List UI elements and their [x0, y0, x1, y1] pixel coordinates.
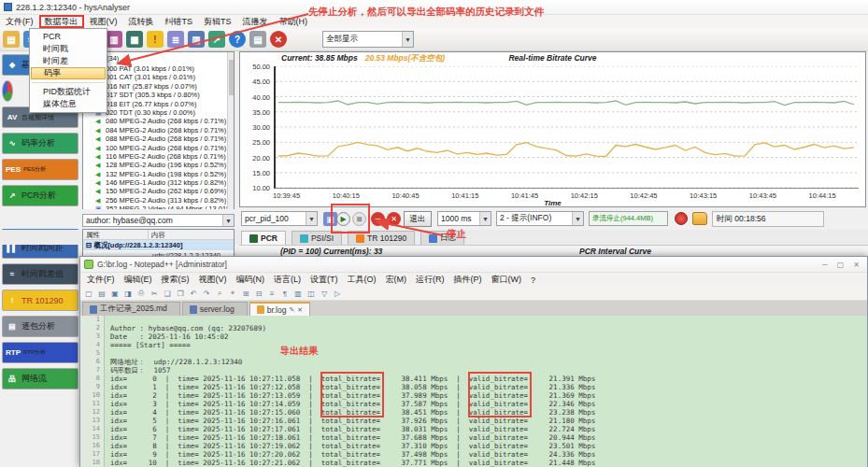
- macro-record-icon[interactable]: ▽: [319, 288, 330, 299]
- notepad-menu-item[interactable]: 运行(R): [411, 274, 449, 286]
- function-list-icon[interactable]: ◫: [306, 288, 317, 299]
- replace-icon[interactable]: ⌖: [227, 288, 238, 299]
- menu-item[interactable]: 纠错TS: [160, 15, 199, 28]
- notepad-tab[interactable]: br.log ✎ ✕: [249, 302, 311, 316]
- notepad-menu-item[interactable]: ?: [526, 276, 540, 285]
- chevron-down-icon[interactable]: ▼: [306, 212, 317, 225]
- warning-icon[interactable]: !: [147, 31, 164, 48]
- chevron-down-icon[interactable]: ▼: [402, 32, 413, 47]
- tab-close-icon[interactable]: ✕: [297, 306, 303, 314]
- maximize-icon[interactable]: ▢: [837, 261, 845, 269]
- save-icon[interactable]: ▣: [323, 212, 337, 226]
- chevron-down-icon[interactable]: ▼: [222, 215, 234, 226]
- notepad-tab[interactable]: server.log: [182, 302, 248, 316]
- play-button[interactable]: ▶: [336, 212, 350, 226]
- notepad-menu-item[interactable]: 视图(V): [194, 274, 232, 286]
- tree-row[interactable]: 084 MPEG-2 Audio (268 kbps / 0.71%): [83, 126, 234, 134]
- paste-icon[interactable]: ❐: [175, 288, 186, 299]
- menu-item[interactable]: 文件(F): [0, 15, 39, 28]
- menu-item[interactable]: 视图(V): [84, 15, 123, 28]
- sidebar-item-timestamp-diff[interactable]: ≈ 时间戳差值: [2, 263, 78, 285]
- doc-map-icon[interactable]: ▥: [292, 288, 304, 299]
- redo-icon[interactable]: ↷: [201, 288, 212, 299]
- trend-icon[interactable]: ↗: [208, 31, 225, 48]
- tree-row[interactable]: 100 MPEG-2 Audio (268 kbps / 0.71%): [83, 144, 234, 152]
- pause-button[interactable]: ◼: [352, 212, 366, 226]
- exit-button[interactable]: 退出: [404, 211, 432, 227]
- sidebar-item-bitrate[interactable]: ∿ 码率分析: [2, 133, 78, 154]
- folder-button[interactable]: [692, 212, 707, 225]
- cut-icon[interactable]: ✂: [149, 288, 160, 299]
- menu-item[interactable]: 流转换: [123, 15, 160, 28]
- save-all-icon[interactable]: ◨: [122, 288, 134, 299]
- sidebar-item-packet[interactable]: ▤ 逐包分析: [2, 316, 78, 337]
- notepad-menu-item[interactable]: 工具(O): [343, 274, 381, 286]
- sidebar-item-rtp[interactable]: RTP RTP分析: [2, 342, 78, 363]
- close-stream-button[interactable]: ✕: [387, 212, 401, 226]
- export-menu-item[interactable]: 时间差: [30, 55, 107, 67]
- notepad-menu-item[interactable]: 设置(T): [306, 274, 343, 286]
- pid-combo[interactable]: pcr_pid_100 ▼: [241, 211, 318, 226]
- save-icon[interactable]: ▣: [109, 288, 121, 299]
- notepad-menu-item[interactable]: 编码(N): [232, 274, 270, 286]
- notepad-tab[interactable]: 工作记录_2025.md: [82, 302, 180, 316]
- notepad-editor[interactable]: 123456789101112131415161718 Author : hyb…: [80, 316, 867, 467]
- tree-row[interactable]: 128 MPEG-2 Audio (196 kbps / 0.52%): [83, 161, 234, 169]
- wrap-icon[interactable]: ≡: [266, 288, 277, 299]
- chevron-down-icon[interactable]: ▼: [572, 212, 583, 225]
- open-file-icon[interactable]: ▤: [96, 288, 107, 299]
- zoom-out-icon[interactable]: ⊟: [253, 288, 264, 299]
- tree-scrollbar[interactable]: [227, 52, 234, 213]
- print-icon[interactable]: ⎙: [135, 288, 147, 299]
- notepad-menu-item[interactable]: 编辑(E): [120, 274, 157, 286]
- menu-item[interactable]: 帮助(H): [274, 15, 314, 28]
- sidebar-item-pcr[interactable]: ↗ PCR分析: [2, 185, 78, 206]
- tree-row[interactable]: 256 MPEG-2 Audio (313 kbps / 0.82%): [83, 196, 234, 205]
- remove-button[interactable]: ─: [371, 212, 385, 226]
- sidebar-item-pes[interactable]: PES PES分析: [2, 159, 78, 180]
- bar-chart-icon[interactable]: ▥: [106, 31, 122, 48]
- record-button[interactable]: [675, 212, 688, 225]
- analysis-tab[interactable]: PSI/SI: [292, 231, 342, 245]
- media-icon[interactable]: ▦: [126, 31, 143, 48]
- tree-row[interactable]: 080 MPEG-2 Audio (268 kbps / 0.71%): [83, 117, 234, 125]
- tree-row[interactable]: 088 MPEG-2 Audio (268 kbps / 0.71%): [83, 134, 234, 143]
- export-menu-item[interactable]: PCR: [30, 31, 107, 43]
- log-level-combo[interactable]: 2 - 提示(INFO) ▼: [496, 211, 584, 226]
- sidebar-item-program[interactable]: [2, 80, 13, 102]
- close-icon[interactable]: ✕: [853, 261, 860, 269]
- report-icon[interactable]: ▤: [249, 31, 266, 48]
- notepad-menu-item[interactable]: 窗口(W): [487, 274, 527, 286]
- export-menu-item[interactable]: 码率: [31, 67, 106, 79]
- interval-combo[interactable]: 1000 ms ▼: [437, 211, 491, 226]
- close-icon[interactable]: ✕: [270, 31, 287, 48]
- export-menu-item[interactable]: PID数据统计: [30, 86, 107, 98]
- notepad-menu-item[interactable]: 插件(P): [449, 274, 487, 286]
- menu-item[interactable]: 数据导出: [39, 15, 84, 28]
- pin-icon[interactable]: ✎: [289, 306, 294, 314]
- notepad-menu-item[interactable]: 搜索(S): [157, 274, 194, 286]
- find-icon[interactable]: ⌕: [214, 288, 225, 299]
- analysis-tab[interactable]: TR 101290: [348, 231, 415, 245]
- export-menu-item[interactable]: 媒体信息: [30, 98, 107, 110]
- notepad-menu-item[interactable]: 文件(F): [82, 274, 120, 286]
- minimize-icon[interactable]: ─: [822, 261, 828, 269]
- histogram-icon[interactable]: ▥: [188, 31, 205, 48]
- chevron-down-icon[interactable]: ▼: [479, 212, 491, 225]
- notepad-menu-item[interactable]: 语言(L): [269, 274, 306, 286]
- props-summary-row[interactable]: ⊟ 概况[udp://228.1.2.3:12340]: [83, 240, 234, 250]
- copy-icon[interactable]: ❏: [162, 288, 173, 299]
- macro-play-icon[interactable]: ▷: [332, 288, 343, 299]
- open-folder-icon[interactable]: ▤: [3, 31, 20, 48]
- author-combo[interactable]: author: hybase@qq.com ▼: [82, 214, 235, 227]
- undo-icon[interactable]: ↶: [188, 288, 199, 299]
- tree-row[interactable]: 116 MPEG-2 Audio (268 kbps / 0.71%): [83, 152, 234, 161]
- zoom-in-icon[interactable]: ⊞: [240, 288, 251, 299]
- tree-row[interactable]: 150 MPEG-2 Audio (262 kbps / 0.69%): [83, 187, 234, 195]
- tree-row[interactable]: 146 MPEG-1 Audio (312 kbps / 0.82%): [83, 178, 234, 187]
- tree-row[interactable]: 132 MPEG-1 Audio (198 kbps / 0.52%): [83, 170, 234, 178]
- notepad-menu-item[interactable]: 宏(M): [381, 274, 412, 286]
- new-file-icon[interactable]: ▢: [83, 288, 94, 299]
- menu-item[interactable]: 剪辑TS: [198, 15, 237, 28]
- filter-combo[interactable]: 全部显示 ▼: [322, 31, 414, 48]
